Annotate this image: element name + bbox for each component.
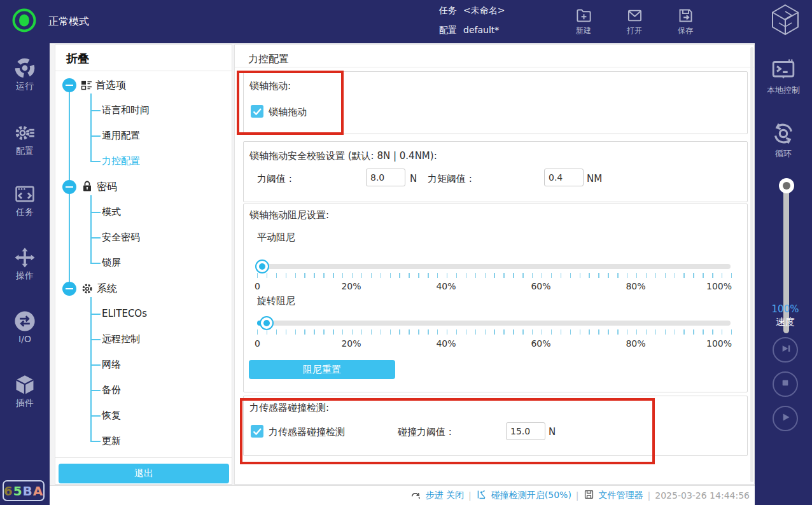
translation-damping-slider-track[interactable] xyxy=(257,264,731,269)
new-task-label: 新建 xyxy=(568,25,599,36)
annotation-box-collision xyxy=(240,398,655,464)
separator: | xyxy=(648,490,651,501)
play-button[interactable] xyxy=(773,406,798,431)
tree-node-general-config[interactable]: 通用配置 xyxy=(102,130,140,142)
collision-detect-status[interactable]: 碰撞检测开启(50%) xyxy=(491,490,571,501)
tree-node-preferences[interactable]: 首选项 xyxy=(95,79,126,92)
cube-icon xyxy=(0,374,50,396)
local-control-button[interactable]: 本地控制 xyxy=(755,57,812,96)
translation-damping-label: 平动阻尼 xyxy=(257,232,295,244)
clock-timestamp: 2025-03-26 14:44:56 xyxy=(655,490,750,501)
annotation-box-lock-axis xyxy=(237,71,344,135)
tree-node-update[interactable]: 更新 xyxy=(102,435,121,447)
nav-item-io[interactable]: I/O xyxy=(0,310,50,344)
nav-item-operate[interactable]: 操作 xyxy=(0,247,50,282)
scale-label: 100% xyxy=(706,281,732,291)
damping-reset-button[interactable]: 阻尼重置 xyxy=(249,360,395,379)
open-task-label: 打开 xyxy=(619,25,650,36)
save-file-icon xyxy=(670,7,701,24)
tree-branch-line xyxy=(90,297,92,441)
separator: | xyxy=(468,490,472,501)
save-task-button[interactable]: 保存 xyxy=(670,7,701,36)
badge-char: A xyxy=(33,483,43,499)
status-badge: 6 5 B A xyxy=(3,480,45,501)
tree-node-safety-password[interactable]: 安全密码 xyxy=(102,232,140,244)
tree-node-network[interactable]: 网络 xyxy=(102,359,121,371)
mode-status-icon xyxy=(11,7,38,34)
tree-node-backup[interactable]: 备份 xyxy=(102,384,121,396)
tree-toggle-password[interactable] xyxy=(62,180,76,194)
config-row: 配置 default* xyxy=(439,25,499,36)
exit-button[interactable]: 退出 xyxy=(59,464,229,483)
file-manager-link[interactable]: 文件管理器 xyxy=(599,490,643,501)
tree-node-language-time[interactable]: 语言和时间 xyxy=(102,104,150,116)
nav-item-label: 任务 xyxy=(0,207,50,218)
nav-item-config[interactable]: 配置 xyxy=(0,122,50,157)
slider-tick-marks xyxy=(257,273,732,278)
tree-node-restore[interactable]: 恢复 xyxy=(102,410,121,422)
tree-toggle-system[interactable] xyxy=(62,282,76,296)
tree-tick xyxy=(90,390,101,391)
tree-toggle-preferences[interactable] xyxy=(62,78,76,92)
force-threshold-input[interactable] xyxy=(366,169,405,186)
speed-value: 100% xyxy=(757,303,812,315)
tree-tick xyxy=(90,314,101,315)
torque-threshold-input[interactable] xyxy=(544,169,584,186)
tree-node-password[interactable]: 密码 xyxy=(97,181,117,194)
rotation-damping-slider-thumb[interactable] xyxy=(260,316,274,330)
collision-detect-icon xyxy=(476,489,487,502)
tree-node-mode[interactable]: 模式 xyxy=(102,206,121,218)
badge-char: 5 xyxy=(13,483,23,499)
list-icon xyxy=(80,79,93,92)
tree-tick xyxy=(90,415,101,417)
speed-slider-thumb[interactable] xyxy=(779,178,794,193)
loop-button[interactable]: 循环 xyxy=(755,121,812,160)
safety-check-title: 锁轴拖动安全校验设置 (默认: 8N | 0.4NM): xyxy=(249,150,437,162)
page-title: 力控配置 xyxy=(248,53,289,66)
scale-label: 20% xyxy=(341,338,361,349)
nav-item-task[interactable]: 任务 xyxy=(0,183,50,218)
tree-branch-line xyxy=(90,195,92,263)
nav-item-label: 运行 xyxy=(0,81,50,92)
run-icon xyxy=(0,57,50,79)
step-next-button[interactable] xyxy=(773,337,798,363)
local-control-label: 本地控制 xyxy=(755,85,812,96)
tree-tick xyxy=(90,135,101,137)
step-mode-icon xyxy=(410,489,421,502)
nav-item-label: 操作 xyxy=(0,270,50,282)
tree-tick xyxy=(90,339,101,340)
badge-char: B xyxy=(23,483,33,499)
tree-collapse-header[interactable]: 折叠 xyxy=(66,51,89,66)
file-manager-icon xyxy=(584,489,594,502)
tree-tick xyxy=(90,161,101,162)
tree-node-lock-screen[interactable]: 锁屏 xyxy=(102,257,121,269)
stop-icon xyxy=(777,375,794,394)
tree-node-elitecos[interactable]: ELITECOs xyxy=(102,308,147,319)
nav-item-plugin[interactable]: 插件 xyxy=(0,374,50,409)
nav-item-run[interactable]: 运行 xyxy=(0,57,50,92)
stop-button[interactable] xyxy=(773,371,798,397)
task-row: 任务 <未命名> xyxy=(439,5,505,17)
brand-logo-icon xyxy=(769,3,802,39)
scale-label: 40% xyxy=(436,281,456,291)
tree-tick xyxy=(90,364,101,366)
tree-node-remote-control[interactable]: 远程控制 xyxy=(102,333,140,345)
new-task-button[interactable]: 新建 xyxy=(568,7,599,36)
save-task-label: 保存 xyxy=(670,25,701,36)
scale-label: 0 xyxy=(255,338,260,349)
open-task-button[interactable]: 打开 xyxy=(619,7,650,36)
scale-label: 20% xyxy=(341,281,361,291)
rotation-damping-label: 旋转阻尼 xyxy=(257,295,295,307)
scale-label: 60% xyxy=(531,338,550,349)
rotation-damping-slider-track[interactable] xyxy=(257,321,731,326)
step-mode-status[interactable]: 步进 关闭 xyxy=(426,490,464,501)
translation-damping-slider-thumb[interactable] xyxy=(255,259,269,273)
scrollbar[interactable] xyxy=(750,47,753,482)
tree-node-system[interactable]: 系统 xyxy=(97,282,117,296)
nav-item-label: I/O xyxy=(0,334,50,344)
move-arrows-icon xyxy=(0,247,50,268)
divider xyxy=(235,67,754,67)
mode-label: 正常模式 xyxy=(48,15,89,29)
tree-node-force-control[interactable]: 力控配置 xyxy=(102,155,140,167)
lock-icon xyxy=(81,180,94,193)
